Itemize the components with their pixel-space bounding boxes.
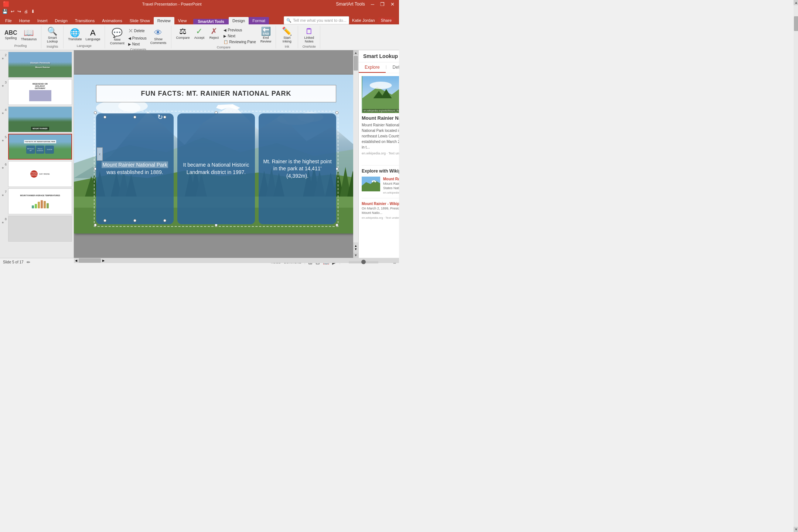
tab-view[interactable]: View [174,17,191,24]
fact1-handle-tr[interactable] [163,116,166,119]
tab-home[interactable]: Home [16,17,34,24]
reject-button[interactable]: ✗ Reject [207,27,221,45]
tab-smartart-design[interactable]: Design [229,17,249,24]
tell-me-search[interactable]: 🔍 Tell me what you want to do... [284,16,349,24]
vscroll-thumb[interactable] [354,56,358,71]
user-area: 🔍 Tell me what you want to do... Katie J… [284,16,398,24]
compare-previous-button[interactable]: ◀ Previous [222,27,257,33]
tab-review[interactable]: Review [154,17,174,24]
translate-button[interactable]: 🌐 Translate [66,28,83,42]
more-link-1[interactable]: More [362,158,399,162]
slide-2[interactable]: Olympic Peninsula Mount Rainier [8,52,72,78]
fact1-handle-tl[interactable] [103,116,106,119]
tab-insert[interactable]: Insert [34,17,51,24]
proofing-items: ABC Spelling 📖 Thesaurus [3,27,38,43]
explore-item-2[interactable]: Mount Rainier - Wikipedia, the free e...… [362,201,399,219]
accept-button[interactable]: ✓ Accept [192,27,206,45]
compare-next-button[interactable]: ▶ Next [222,33,257,39]
smartart-area: Mount Rainier National Park was establis… [96,113,336,224]
hscroll-thumb[interactable] [79,258,101,263]
slide-5[interactable]: FUN FACTS: MT. RAINIER NATIONAL PARK Mt … [8,134,72,160]
fact1-handle-bl[interactable] [103,219,106,222]
fact1-handle-bm[interactable] [133,219,136,222]
handle-bl[interactable] [94,224,97,226]
ink-label: Ink [285,44,289,48]
slide-4[interactable]: MOUNT RAINIER [8,106,72,132]
ribbon-group-proofing: ABC Spelling 📖 Thesaurus Proofing [0,26,41,48]
minimize-button[interactable]: ─ [369,1,376,7]
next-comment-button[interactable]: ▶ Next [127,41,148,47]
slide-title-box[interactable]: FUN FACTS: MT. RAINIER NATIONAL PARK [96,85,336,102]
tab-smartart-format[interactable]: Format [249,17,269,24]
app-title: Travel Presentation - PowerPoint [9,2,334,6]
proofing-label: Proofing [14,43,27,48]
tab-animations[interactable]: Animations [98,17,126,24]
close-button[interactable]: ✕ [389,1,396,7]
fact1-handle-br[interactable] [163,219,166,222]
smartart-tools-tab: SmartArt Tools [193,19,229,24]
smart-lookup-button[interactable]: 🔍 SmartLookup [45,27,59,44]
slide-edit-area: FUN FACTS: MT. RAINIER NATIONAL PARK ↻ [74,50,399,258]
slide-8[interactable] [8,216,72,242]
tab-define[interactable]: Define [387,62,399,73]
explore-item-1[interactable]: Mount Rainier National P... Mount Rainie… [362,177,399,194]
edit-slide-btn[interactable]: ✏ [27,260,30,265]
tab-file[interactable]: File [1,17,16,24]
rotate-handle[interactable]: ↻ [157,113,163,121]
tab-slide-show[interactable]: Slide Show [126,17,154,24]
end-review-button[interactable]: 🔚 EndReview [259,27,273,45]
thesaurus-button[interactable]: 📖 Thesaurus [20,28,38,42]
smart-lookup-content: en.wikipedia.org/wiki/Mount_Rainier N...… [359,73,399,258]
slide-thumb-5: 5 ★ FUN FACTS: MT. RAINIER NATIONAL PARK… [1,134,72,160]
tab-design[interactable]: Design [51,17,71,24]
hscroll-left[interactable]: ◀ [74,259,78,262]
undo-quick-btn[interactable]: ↩ [11,9,14,14]
more-link-2[interactable]: More [362,223,399,227]
tab-transitions[interactable]: Transitions [71,17,98,24]
compare-button[interactable]: ⚖ Compare [174,27,191,45]
fact-box-2[interactable]: It became a National Historic Landmark d… [177,113,255,224]
vscroll-adjust-down[interactable]: ▼ [354,248,357,251]
slide-container[interactable]: FUN FACTS: MT. RAINIER NATIONAL PARK ↻ [74,75,358,233]
slide-3[interactable]: WEEKEND ORHOLIDAYGETAWAY [8,79,72,105]
status-left: Slide 5 of 17 ✏ [3,260,30,265]
explore-section-title: Explore with Wikipedia [362,168,399,174]
start-inking-button[interactable]: ✏️ StartInking [280,27,294,44]
previous-comment-button[interactable]: ◀ Previous [127,35,148,41]
smart-lookup-title: Smart Lookup [363,53,398,59]
linked-notes-button[interactable]: 🗒 LinkedNotes [303,27,316,44]
smartart-scroll-left[interactable]: ‹ [97,147,103,161]
handle-tl[interactable] [94,111,97,114]
slide-6[interactable]: TRAILVISTAS DAY HIKING [8,161,72,187]
reviewing-pane-button[interactable]: 📋 Reviewing Pane [222,39,257,45]
slide-7[interactable]: MOUNT RAINIER AVERAGE TEMPERATURES [8,188,72,214]
fact-box-3[interactable]: Mt. Rainer is the highest point in the p… [259,113,336,224]
vscroll-up[interactable]: ▲ [353,50,358,55]
onenote-label: OneNote [303,44,316,48]
share-button[interactable]: Share [378,17,395,23]
restore-button[interactable]: ❐ [379,1,386,7]
fact-box-1[interactable]: Mount Rainier National Park was establis… [96,113,174,224]
language-button[interactable]: A Language [84,28,102,42]
save-quick-btn[interactable]: 💾 [2,9,8,14]
show-comments-button[interactable]: 👁 ShowComments [149,28,168,45]
compare-prev-icon: ◀ [224,28,226,32]
tab-explore[interactable]: Explore [359,62,386,73]
handle-br[interactable] [335,224,338,226]
wiki-image: en.wikipedia.org/wiki/Mount_Rainier N... [362,76,399,113]
vscroll-adjust-up[interactable]: ▲ [354,244,357,248]
zoom-bar[interactable] [349,261,378,263]
delete-comment-button[interactable]: ✕ Delete [127,27,148,35]
print-quick-btn[interactable]: 🖨 [24,9,28,14]
user-name[interactable]: Katie Jordan [352,18,375,23]
redo-quick-btn[interactable]: ↪ [17,9,21,14]
spelling-button[interactable]: ABC Spelling [3,29,19,41]
new-comment-button[interactable]: 💬 NewComment [109,28,126,46]
hscroll-right[interactable]: ▶ [101,259,106,262]
fact1-handle-tm[interactable] [133,116,136,119]
zoom-thumb[interactable] [361,260,366,264]
smart-lookup-header: Smart Lookup ✕ [359,50,399,62]
quick-dropdown-btn[interactable]: ⬇ [31,9,35,14]
vscroll-down[interactable]: ▼ [353,253,358,258]
handle-tr[interactable] [335,111,338,114]
